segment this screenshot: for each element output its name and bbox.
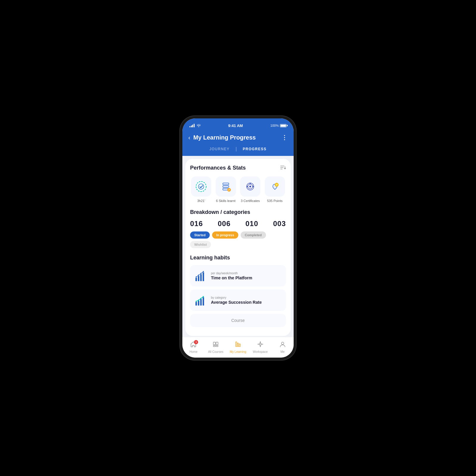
svg-point-32 xyxy=(196,301,197,302)
bottom-nav-my-learning[interactable]: My Learning xyxy=(229,341,247,353)
all-courses-label: All Courses xyxy=(208,350,223,353)
habits-section: Learning habits xyxy=(190,255,286,311)
app-header: ‹ My Learning Progress ⋮ xyxy=(182,131,294,145)
svg-rect-22 xyxy=(200,274,202,281)
header-left: ‹ My Learning Progress xyxy=(188,134,256,141)
chart-icon-1 xyxy=(195,270,207,282)
svg-rect-31 xyxy=(203,297,204,306)
svg-point-18 xyxy=(249,186,251,187)
workspace-label: Workspace xyxy=(253,350,268,353)
phone-frame: 9:41 AM 100% ‹ My Learning Progress ⋮ JO… xyxy=(180,116,296,360)
course-row[interactable]: Course xyxy=(190,314,286,327)
signal-bars-icon xyxy=(190,124,195,127)
svg-rect-41 xyxy=(237,343,239,347)
sort-icon[interactable] xyxy=(280,165,286,171)
wifi-icon xyxy=(197,124,201,128)
main-content: Performances & Stats xyxy=(182,156,294,337)
tag-started[interactable]: Started xyxy=(190,231,210,239)
chart-icon-2 xyxy=(195,294,207,306)
time-label: 3h21' xyxy=(197,199,205,203)
workspace-icon xyxy=(257,341,264,349)
habit-name-2: Average Succession Rate xyxy=(211,300,262,305)
svg-rect-40 xyxy=(236,342,237,347)
svg-rect-7 xyxy=(223,186,229,187)
top-nav: JOURNEY | PROGRESS xyxy=(182,145,294,156)
battery-icon xyxy=(280,124,286,127)
certificates-label: 3 Certificates xyxy=(241,199,260,203)
certificates-icon-box xyxy=(240,176,260,197)
stat-certificates: 3 Certificates xyxy=(239,176,262,203)
svg-rect-20 xyxy=(195,278,197,281)
breakdown-title: Breakdown / categories xyxy=(190,209,286,215)
breakdown-section: Breakdown / categories 016 006 010 003 S… xyxy=(190,209,286,248)
habits-title: Learning habits xyxy=(190,255,286,261)
my-learning-icon xyxy=(235,341,241,349)
bottom-nav-workspace[interactable]: Workspace xyxy=(251,341,269,353)
skills-icon-box xyxy=(216,176,236,197)
svg-rect-23 xyxy=(203,272,204,281)
me-icon xyxy=(279,341,286,349)
bottom-nav: 1 Home All Courses xyxy=(182,337,294,358)
habit-name-1: Time on the Platform xyxy=(211,275,252,280)
stat-points: 535 Points xyxy=(264,176,286,203)
num-inprogress: 006 xyxy=(218,220,231,228)
svg-rect-42 xyxy=(239,344,240,347)
svg-rect-6 xyxy=(223,183,229,185)
svg-point-35 xyxy=(203,296,204,297)
habit-info-1: per day/week/month Time on the Platform xyxy=(211,272,252,280)
me-label: Me xyxy=(281,350,285,353)
svg-rect-28 xyxy=(195,302,197,306)
num-completed: 010 xyxy=(245,220,258,228)
num-wishlist: 003 xyxy=(273,220,286,228)
svg-rect-30 xyxy=(200,299,202,306)
my-learning-label: My Learning xyxy=(230,350,246,353)
stat-time: 3h21' xyxy=(190,176,212,203)
home-label: Home xyxy=(190,350,198,353)
status-time: 9:41 AM xyxy=(228,123,243,128)
habit-sub-2: by category xyxy=(211,296,262,299)
performances-title: Performances & Stats xyxy=(190,165,246,171)
stat-skills: 6 Skills learnt xyxy=(215,176,237,203)
stats-grid: 3h21' 6 Skills xyxy=(190,176,286,203)
tab-progress[interactable]: PROGRESS xyxy=(237,145,273,153)
bottom-nav-me[interactable]: Me xyxy=(274,341,292,353)
signal-area xyxy=(190,124,201,128)
more-menu-button[interactable]: ⋮ xyxy=(281,134,288,141)
course-row-label: Course xyxy=(231,318,245,323)
page-title: My Learning Progress xyxy=(193,134,256,141)
habit-succession-rate[interactable]: by category Average Succession Rate xyxy=(190,289,286,311)
svg-point-33 xyxy=(198,300,199,301)
tag-inprogress[interactable]: In progress xyxy=(212,231,238,239)
all-courses-icon xyxy=(212,341,219,349)
svg-point-44 xyxy=(281,342,284,345)
breakdown-numbers: 016 006 010 003 xyxy=(190,220,286,228)
points-label: 535 Points xyxy=(267,199,283,203)
skills-label: 6 Skills learnt xyxy=(216,199,235,203)
home-badge: 1 xyxy=(194,340,198,344)
svg-point-34 xyxy=(201,298,202,299)
svg-point-43 xyxy=(259,343,261,345)
tab-journey[interactable]: JOURNEY xyxy=(203,145,236,153)
battery-area: 100% xyxy=(270,124,286,127)
svg-rect-38 xyxy=(213,345,215,347)
back-button[interactable]: ‹ xyxy=(188,134,190,141)
habit-time-platform[interactable]: per day/week/month Time on the Platform xyxy=(190,265,286,286)
status-bar: 9:41 AM 100% xyxy=(182,118,294,131)
performances-header: Performances & Stats xyxy=(190,165,286,171)
phone-screen: 9:41 AM 100% ‹ My Learning Progress ⋮ JO… xyxy=(182,118,294,358)
bottom-nav-home[interactable]: 1 Home xyxy=(184,341,202,353)
tag-wishlist[interactable]: Wishlist xyxy=(190,241,211,248)
points-icon-box xyxy=(265,176,285,197)
battery-percent-label: 100% xyxy=(270,124,279,127)
performances-card: Performances & Stats xyxy=(185,159,291,336)
svg-rect-21 xyxy=(198,276,199,281)
tag-completed[interactable]: Completed xyxy=(241,231,266,239)
bottom-nav-all-courses[interactable]: All Courses xyxy=(207,341,225,353)
habit-sub-1: per day/week/month xyxy=(211,272,252,275)
svg-rect-37 xyxy=(216,342,218,345)
num-started: 016 xyxy=(190,220,203,228)
home-icon: 1 xyxy=(190,341,197,349)
breakdown-tags: Started In progress Completed Wishlist xyxy=(190,231,286,248)
svg-rect-29 xyxy=(198,301,199,306)
habit-info-2: by category Average Succession Rate xyxy=(211,296,262,305)
